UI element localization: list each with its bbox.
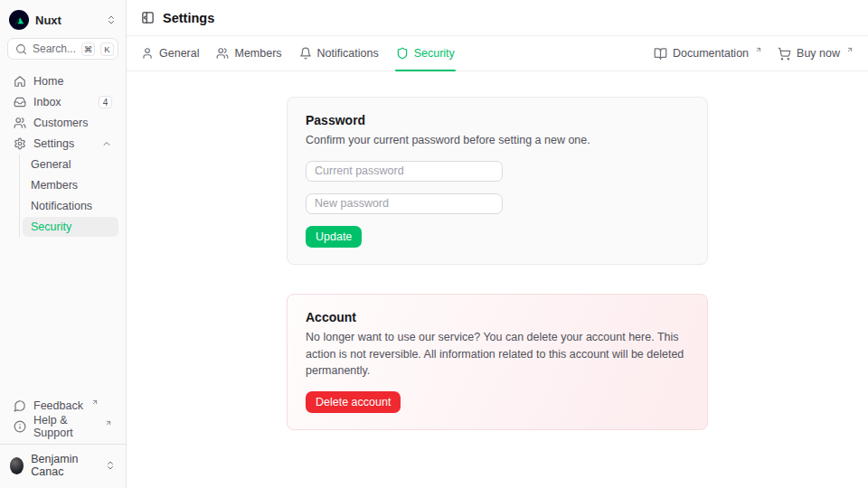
user-name: Benjamin Canac — [31, 453, 98, 478]
users-icon — [14, 117, 26, 129]
inbox-count-badge: 4 — [99, 96, 112, 108]
tab-notifications[interactable]: Notifications — [299, 36, 379, 70]
tab-members[interactable]: Members — [216, 36, 281, 70]
chevrons-up-down-icon — [105, 460, 116, 471]
current-password-field[interactable] — [306, 161, 503, 182]
tabbar-actions: Documentation Buy now — [654, 47, 854, 61]
collapse-sidebar-icon[interactable] — [141, 11, 155, 24]
settings-subnav: General Members Notifications Security — [19, 155, 118, 237]
main-area: Settings General Members Notifications — [127, 0, 868, 488]
tab-security[interactable]: Security — [396, 36, 455, 70]
password-card-description: Confirm your current password before set… — [306, 132, 689, 149]
chat-bubble-icon — [14, 399, 26, 412]
sidebar-item-inbox[interactable]: Inbox 4 — [7, 92, 118, 112]
gear-icon — [14, 137, 26, 150]
sidebar-item-settings[interactable]: Settings — [7, 134, 118, 154]
user-icon — [141, 47, 154, 60]
sidebar-item-label: Notifications — [31, 200, 92, 212]
chevrons-up-down-icon — [106, 14, 117, 25]
settings-tabbar: General Members Notifications Security — [127, 36, 868, 71]
book-open-icon — [654, 47, 667, 61]
kbd-k: K — [100, 42, 114, 56]
account-card-title: Account — [306, 310, 689, 324]
page-header: Settings — [127, 0, 868, 36]
sidebar-footer-nav: Feedback Help & Support — [7, 396, 118, 436]
sidebar-item-label: General — [31, 158, 71, 171]
avatar — [10, 457, 24, 474]
tab-label: Security — [414, 47, 455, 60]
settings-content: Password Confirm your current password b… — [127, 71, 868, 488]
bell-icon — [299, 47, 312, 60]
tab-label: Notifications — [317, 47, 379, 60]
new-password-field[interactable] — [306, 193, 503, 214]
sidebar-item-security[interactable]: Security — [23, 217, 118, 237]
home-icon — [14, 75, 26, 88]
kbd-meta: ⌘ — [81, 42, 95, 56]
tab-label: General — [159, 47, 199, 60]
active-tab-underline — [395, 70, 456, 71]
external-link-icon — [846, 46, 854, 53]
nuxt-logo-icon — [9, 10, 29, 30]
external-link-icon — [755, 46, 762, 53]
search-placeholder: Search... — [33, 42, 76, 55]
cart-icon — [778, 47, 791, 61]
inbox-icon — [14, 96, 26, 108]
sidebar-item-label: Inbox — [33, 96, 61, 108]
users-icon — [216, 47, 229, 60]
sidebar-item-general[interactable]: General — [23, 155, 118, 174]
delete-account-button[interactable]: Delete account — [306, 391, 401, 413]
documentation-link[interactable]: Documentation — [654, 47, 762, 61]
password-card-title: Password — [306, 113, 689, 127]
search-icon — [15, 43, 27, 55]
info-icon — [14, 420, 26, 433]
sidebar-item-customers[interactable]: Customers — [7, 113, 118, 133]
sidebar-nav: Home Inbox 4 Customers Settings — [7, 71, 118, 237]
action-label: Documentation — [673, 47, 749, 60]
sidebar-item-label: Home — [33, 75, 63, 88]
external-link-icon — [105, 419, 112, 427]
page-title: Settings — [163, 11, 214, 25]
sidebar-spacer — [7, 237, 118, 384]
workspace-switcher[interactable]: Nuxt — [7, 7, 118, 38]
chevron-up-icon — [101, 138, 112, 149]
sidebar-item-label: Help & Support — [33, 414, 97, 439]
tab-general[interactable]: General — [141, 36, 199, 70]
action-label: Buy now — [797, 47, 840, 60]
sidebar-item-label: Settings — [33, 137, 74, 150]
account-card: Account No longer want to use our servic… — [287, 294, 708, 430]
sidebar-item-label: Members — [31, 179, 78, 192]
tab-label: Members — [234, 47, 281, 60]
update-password-button[interactable]: Update — [306, 226, 362, 248]
search-input[interactable]: Search... ⌘ K — [7, 38, 118, 60]
sidebar-item-home[interactable]: Home — [7, 71, 118, 91]
sidebar-item-help-support[interactable]: Help & Support — [7, 417, 118, 436]
sidebar: Nuxt Search... ⌘ K Home Inbox 4 — [0, 0, 127, 488]
sidebar-item-feedback[interactable]: Feedback — [7, 396, 118, 416]
workspace-name: Nuxt — [35, 14, 61, 27]
user-menu[interactable]: Benjamin Canac — [7, 445, 118, 481]
sidebar-item-label: Security — [31, 221, 71, 233]
external-link-icon — [91, 399, 99, 406]
buy-now-link[interactable]: Buy now — [778, 47, 854, 61]
account-card-description: No longer want to use our service? You c… — [306, 329, 689, 380]
sidebar-item-members[interactable]: Members — [23, 175, 118, 195]
shield-icon — [396, 47, 409, 60]
sidebar-item-label: Customers — [33, 117, 88, 129]
sidebar-item-notifications[interactable]: Notifications — [23, 196, 118, 216]
password-card: Password Confirm your current password b… — [287, 97, 708, 265]
sidebar-item-label: Feedback — [33, 399, 83, 412]
